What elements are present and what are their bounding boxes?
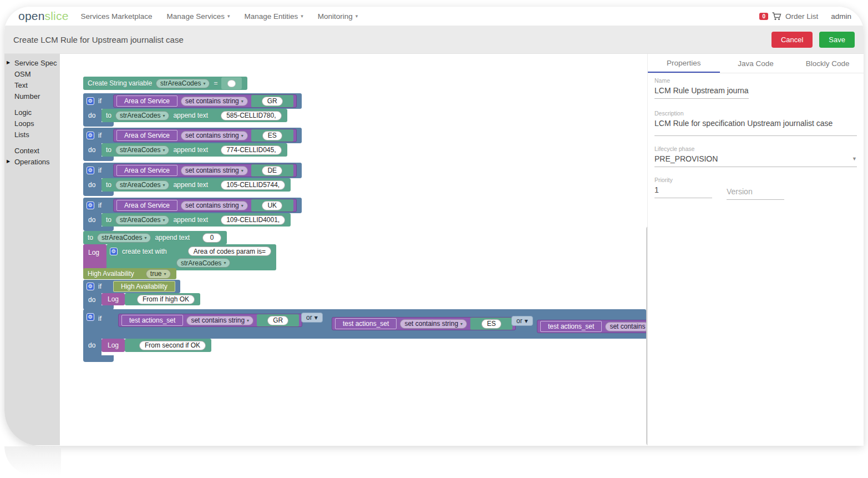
- mutator-gear-icon[interactable]: ⚙: [87, 283, 94, 290]
- text-input[interactable]: ES: [262, 131, 282, 140]
- text-input[interactable]: 585-CELLID780,: [221, 111, 281, 120]
- variable-dropdown[interactable]: strAreaCodes▾: [97, 233, 151, 243]
- canvas-vertical-scrollbar[interactable]: [646, 226, 647, 445]
- mutator-gear-icon[interactable]: ⚙: [87, 202, 94, 209]
- mutator-gear-icon[interactable]: ⚙: [87, 167, 94, 174]
- cart-icon[interactable]: [772, 12, 781, 21]
- area-of-service-block[interactable]: Area of Service: [116, 165, 177, 176]
- log-block[interactable]: Log: [101, 339, 125, 352]
- text-value-block[interactable]: GR: [251, 95, 293, 107]
- log-block[interactable]: Log: [101, 293, 125, 305]
- text-input[interactable]: UK: [262, 201, 282, 210]
- condition-block[interactable]: Area of Service set contains string▾ ES: [113, 129, 297, 142]
- operator-dropdown[interactable]: set contains string▾: [186, 316, 253, 325]
- operator-dropdown[interactable]: set contains string▾: [181, 166, 248, 175]
- mutator-gear-icon[interactable]: ⚙: [87, 313, 94, 321]
- condition-block[interactable]: Area of Service set contains string▾ UK: [113, 199, 297, 212]
- tab-properties[interactable]: Properties: [648, 54, 720, 73]
- if-block-area-de[interactable]: ⚙ if Area of Service set contains string…: [83, 163, 302, 196]
- save-button[interactable]: Save: [819, 32, 855, 48]
- version-field[interactable]: Version: [727, 187, 784, 200]
- if-block-area-gr[interactable]: ⚙ if Area of Service set contains string…: [83, 93, 302, 127]
- variable-dropdown[interactable]: strAreaCodes▾: [115, 145, 169, 155]
- brand-logo[interactable]: openslice: [18, 9, 69, 23]
- toolbox-item-logic[interactable]: Logic: [4, 107, 60, 118]
- append-zero-block[interactable]: to strAreaCodes▾ append text 0: [83, 231, 227, 244]
- text-value-block[interactable]: ES: [251, 129, 293, 142]
- area-of-service-block[interactable]: Area of Service: [116, 95, 177, 107]
- if-block-high-availability[interactable]: ⚙ if High Availability do Log From if hi…: [83, 280, 200, 310]
- description-field[interactable]: LCM Rule for specification Upstream jour…: [654, 119, 857, 136]
- append-text-block[interactable]: to strAreaCodes▾ append text 109-CELLID4…: [101, 213, 291, 227]
- operator-dropdown[interactable]: set contains string▾: [181, 201, 248, 210]
- test-actions-set-block[interactable]: test actions_set: [121, 315, 183, 326]
- boolean-dropdown[interactable]: true▾: [146, 269, 171, 279]
- append-text-block[interactable]: to strAreaCodes▾ append text 585-CELLID7…: [101, 109, 287, 122]
- variable-block[interactable]: strAreaCodes▾: [176, 258, 230, 268]
- operator-dropdown[interactable]: set contains string▾: [181, 97, 248, 106]
- condition-block[interactable]: Area of Service set contains string▾ DE: [113, 164, 297, 177]
- text-input[interactable]: DE: [262, 166, 282, 175]
- variable-dropdown[interactable]: strAreaCodes▾: [115, 215, 169, 225]
- log-text-block[interactable]: From if high OK: [125, 293, 200, 305]
- text-value-block[interactable]: DE: [251, 164, 293, 177]
- text-input[interactable]: GR: [267, 316, 288, 325]
- mutator-gear-icon[interactable]: ⚙: [110, 248, 118, 255]
- text-value-block[interactable]: ES: [470, 318, 512, 330]
- test-actions-set-block[interactable]: test actions_set: [540, 321, 602, 332]
- operator-dropdown[interactable]: set contains: [605, 322, 646, 331]
- text-input[interactable]: 105-CELLID5744,: [221, 180, 285, 190]
- toolbox-item-osm[interactable]: OSM: [4, 68, 60, 79]
- lifecycle-select[interactable]: PRE_PROVISION ▼: [654, 154, 857, 167]
- append-text-block[interactable]: to strAreaCodes▾ append text 105-CELLID5…: [101, 178, 291, 192]
- or-operator-dropdown[interactable]: or▾: [511, 316, 533, 326]
- operator-dropdown[interactable]: set contains string▾: [400, 319, 467, 329]
- mutator-gear-icon[interactable]: ⚙: [87, 132, 94, 139]
- variable-dropdown[interactable]: strAreaCodes▾: [115, 111, 169, 120]
- toolbox-item-context[interactable]: Context: [4, 145, 60, 156]
- empty-text-field[interactable]: [227, 80, 236, 87]
- tab-blockly-code[interactable]: Blockly Code: [791, 54, 864, 73]
- text-input[interactable]: 109-CELLID4001,: [221, 215, 285, 225]
- condition-block[interactable]: Area of Service set contains string▾ GR: [113, 94, 297, 108]
- log-create-text-block[interactable]: Log ⚙ create text with Area of codes par…: [83, 244, 276, 270]
- empty-text-shadow-block[interactable]: [221, 77, 242, 89]
- condition-block[interactable]: test actions_set set contains string▾ GR: [118, 314, 302, 327]
- append-text-block[interactable]: to strAreaCodes▾ append text 774-CELLID0…: [101, 143, 287, 157]
- create-text-with-block[interactable]: ⚙ create text with Area of codes param i…: [106, 244, 276, 270]
- operator-dropdown[interactable]: set contains string▾: [181, 131, 248, 140]
- name-field[interactable]: LCM Rule Upstream journalist: [654, 86, 749, 99]
- text-value-block[interactable]: UK: [251, 199, 293, 212]
- nav-services-marketplace[interactable]: Services Marketplace: [81, 12, 153, 21]
- if-block-area-uk[interactable]: ⚙ if Area of Service set contains string…: [83, 198, 302, 231]
- nav-user-admin[interactable]: admin: [831, 12, 851, 21]
- test-actions-set-block[interactable]: test actions_set: [335, 318, 397, 329]
- toolbox-item-text[interactable]: Text: [4, 79, 60, 90]
- text-input[interactable]: GR: [262, 97, 283, 106]
- condition-block-clipped[interactable]: test actions_set set contains: [537, 320, 646, 333]
- condition-block[interactable]: test actions_set set contains string▾ ES: [332, 317, 516, 330]
- text-input[interactable]: Area of codes param is=: [188, 246, 271, 256]
- nav-order-list[interactable]: Order List: [785, 12, 818, 21]
- text-value-block[interactable]: GR: [257, 314, 299, 326]
- toolbox-item-loops[interactable]: Loops: [4, 118, 60, 129]
- tab-java-code[interactable]: Java Code: [720, 54, 792, 73]
- high-availability-set-block[interactable]: High Availability true▾: [83, 268, 176, 279]
- or-operator-dropdown[interactable]: or▾: [301, 313, 323, 323]
- toolbox-item-operations[interactable]: ▶Operations: [4, 156, 60, 167]
- nav-manage-services[interactable]: Manage Services▾: [167, 12, 230, 21]
- if-block-test-actions[interactable]: ⚙ if test actions_set set contains strin…: [83, 309, 646, 362]
- text-input[interactable]: 0: [202, 233, 221, 243]
- text-input[interactable]: 774-CELLID045,: [221, 145, 281, 155]
- nav-manage-entities[interactable]: Manage Entities▾: [244, 12, 303, 21]
- if-block-area-es[interactable]: ⚙ if Area of Service set contains string…: [83, 128, 302, 161]
- log-text-block[interactable]: From second if OK: [125, 339, 211, 352]
- area-of-service-block[interactable]: Area of Service: [116, 130, 177, 141]
- text-input[interactable]: From if high OK: [137, 295, 195, 304]
- variable-dropdown[interactable]: strAreaCodes▾: [115, 180, 169, 190]
- create-variable-block[interactable]: Create String variable strAreaCodes▾ =: [83, 77, 247, 90]
- priority-field[interactable]: 1: [654, 185, 712, 198]
- high-availability-get-block[interactable]: High Availability: [113, 281, 175, 292]
- blockly-canvas[interactable]: Create String variable strAreaCodes▾ = ⚙…: [60, 54, 647, 445]
- area-of-service-block[interactable]: Area of Service: [116, 200, 177, 211]
